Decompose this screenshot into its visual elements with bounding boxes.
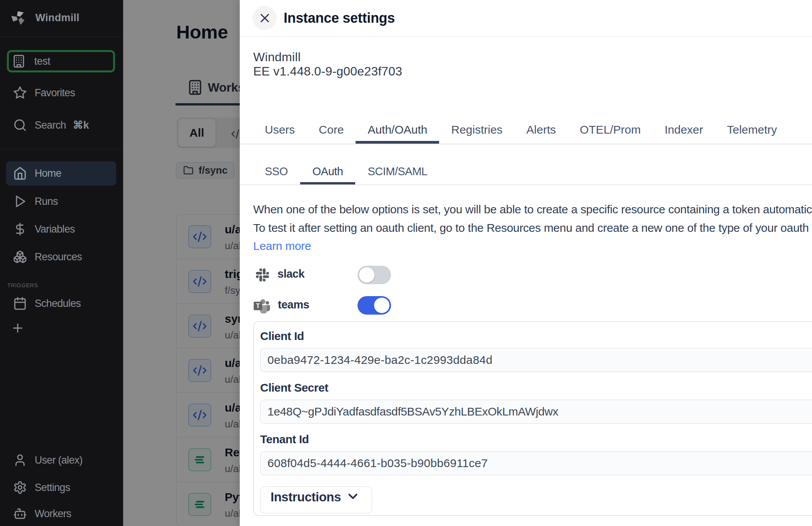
- svg-text:T: T: [256, 302, 260, 309]
